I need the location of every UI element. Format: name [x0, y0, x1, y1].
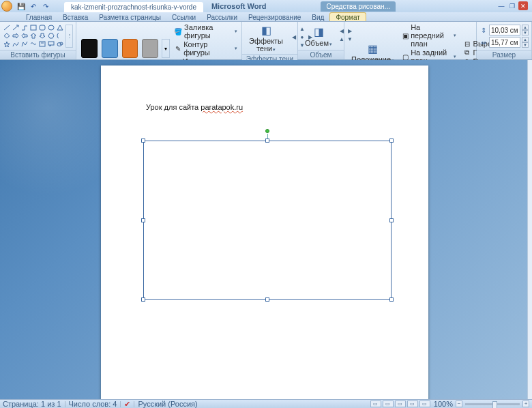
document-page[interactable]: Урок для сайта paratapok.ru	[101, 65, 428, 399]
shape-roundrect-icon[interactable]	[38, 24, 46, 31]
shape-rightarrow-icon[interactable]	[12, 32, 20, 40]
view-print-layout-button[interactable]: ▭	[370, 400, 381, 407]
shape-fill-button[interactable]: 🪣Заливка фигуры▾	[173, 23, 239, 40]
view-draft-button[interactable]: ▭	[419, 400, 430, 407]
group-arrange: ▦ Положение▾ ▣На передний план▾ ▢На задн…	[344, 22, 477, 59]
maximize-button[interactable]: ❐	[507, 1, 517, 10]
group-size: ⇕ ▲▼ ⇔ ▲▼ Размер	[477, 22, 532, 59]
tab-references[interactable]: Ссылки	[166, 13, 201, 21]
tab-review[interactable]: Рецензирование	[243, 13, 306, 21]
shape-star-icon[interactable]	[3, 40, 11, 48]
group-shadow-effects: ◧ Эффекты тени▾ ▲ ◀●▶ ▼ Эффекты тени	[242, 22, 298, 59]
spin-up-icon[interactable]: ▲	[522, 25, 529, 30]
resize-handle-bl[interactable]	[141, 297, 145, 302]
align-icon: ⊟	[463, 40, 471, 48]
redo-icon[interactable]: ↷	[41, 1, 50, 11]
shape-freeform-icon[interactable]	[20, 40, 29, 48]
tab-layout[interactable]: Разметка страницы	[93, 13, 166, 21]
spellcheck-icon[interactable]: ✔	[124, 400, 130, 409]
svg-marker-7	[13, 33, 18, 38]
status-word-count[interactable]: Число слов: 4	[69, 400, 117, 408]
style-black[interactable]	[81, 39, 98, 58]
shape-cloud-icon[interactable]	[56, 40, 64, 48]
resize-handle-r[interactable]	[389, 218, 394, 222]
spin-up-icon[interactable]: ▲	[522, 37, 529, 42]
save-icon[interactable]: 💾	[16, 1, 26, 11]
minimize-button[interactable]: —	[497, 1, 506, 10]
resize-handle-tl[interactable]	[141, 139, 145, 143]
style-orange[interactable]	[122, 39, 138, 58]
status-page[interactable]: Страница: 1 из 1	[3, 400, 61, 408]
resize-handle-tr[interactable]	[389, 139, 394, 143]
zoom-in-button[interactable]: +	[522, 400, 529, 407]
close-button[interactable]: ✕	[518, 1, 528, 10]
shapes-more-button[interactable]: ⋮	[65, 25, 73, 48]
shape-outline-button[interactable]: ✎Контур фигуры▾	[173, 40, 239, 57]
shape-diamond-icon[interactable]	[3, 32, 11, 40]
shape-downarrow-icon[interactable]	[38, 32, 46, 40]
document-tab[interactable]: kak-izmenit-prozrachnost-risunka-v-vorde	[64, 2, 203, 12]
svg-marker-10	[40, 33, 45, 38]
zoom-level[interactable]: 100%	[434, 400, 453, 408]
tab-view[interactable]: Вид	[306, 13, 329, 21]
shape-textbox-icon[interactable]	[38, 40, 46, 48]
shape-brace-icon[interactable]	[56, 32, 64, 40]
spin-down-icon[interactable]: ▼	[522, 42, 529, 48]
view-outline-button[interactable]: ▭	[407, 400, 418, 407]
zoom-slider[interactable]	[465, 403, 520, 405]
tab-format[interactable]: Формат	[329, 12, 366, 21]
spin-down-icon[interactable]: ▼	[522, 30, 529, 35]
tab-insert[interactable]: Вставка	[57, 13, 93, 21]
shadow-effects-button[interactable]: ◧ Эффекты тени▾	[245, 23, 287, 53]
shape-width-input[interactable]	[489, 37, 520, 48]
height-icon: ⇕	[479, 26, 488, 34]
shape-rect-icon[interactable]	[29, 24, 38, 31]
shape-triangle-icon[interactable]	[56, 24, 64, 31]
vertical-scrollbar[interactable]	[527, 60, 532, 399]
shape-callout-icon[interactable]	[47, 40, 55, 48]
shape-oval-icon[interactable]	[47, 24, 55, 31]
office-button[interactable]	[1, 1, 12, 12]
paint-bucket-icon: 🪣	[174, 27, 182, 35]
shape-connector-icon[interactable]	[20, 24, 29, 31]
view-web-button[interactable]: ▭	[395, 400, 406, 407]
shape-hex-icon[interactable]	[47, 32, 55, 40]
selected-rectangle-shape[interactable]	[143, 141, 391, 300]
status-language[interactable]: Русский (Россия)	[138, 400, 197, 408]
resize-handle-l[interactable]	[141, 218, 145, 222]
shape-leftarrow-icon[interactable]	[20, 32, 29, 40]
pen-icon: ✎	[174, 44, 181, 53]
shape-height-input[interactable]	[489, 25, 520, 35]
svg-marker-9	[31, 33, 36, 38]
rotation-handle[interactable]	[265, 129, 269, 133]
zoom-out-button[interactable]: −	[456, 400, 462, 407]
arrow-left-icon[interactable]: ◀	[290, 34, 298, 42]
chevron-down-icon: ▾	[235, 46, 237, 51]
view-fullscreen-button[interactable]: ▭	[383, 400, 394, 407]
shape-curve-icon[interactable]	[12, 40, 20, 48]
svg-point-16	[57, 43, 61, 46]
3d-effects-button[interactable]: ◨ Объем▾	[301, 25, 336, 47]
styles-more-button[interactable]: ▾	[162, 39, 170, 58]
context-tab-drawing[interactable]: Средства рисован...	[321, 1, 396, 12]
tab-mailings[interactable]: Рассылки	[201, 13, 243, 21]
tab-home[interactable]: Главная	[20, 13, 57, 21]
svg-marker-12	[4, 42, 10, 47]
resize-handle-t[interactable]	[265, 139, 269, 143]
svg-rect-2	[31, 25, 36, 30]
shape-line-icon[interactable]	[3, 24, 11, 31]
bring-to-front-button[interactable]: ▣На передний план▾	[401, 23, 457, 48]
document-workspace[interactable]: Урок для сайта paratapok.ru	[0, 60, 532, 399]
svg-line-1	[13, 25, 18, 30]
shape-scribble-icon[interactable]	[29, 40, 38, 48]
undo-icon[interactable]: ↶	[29, 1, 38, 11]
document-text-line[interactable]: Урок для сайта paratapok.ru	[146, 101, 243, 113]
resize-handle-b[interactable]	[265, 297, 269, 302]
group-3d-effects: ◨ Объем▾ ◀▶ ▲▼ Объем	[298, 22, 344, 59]
shape-uparrow-icon[interactable]	[29, 32, 38, 40]
style-gray[interactable]	[142, 39, 158, 58]
style-blue[interactable]	[102, 39, 118, 58]
shape-arrow-icon[interactable]	[12, 24, 20, 31]
resize-handle-br[interactable]	[389, 297, 394, 302]
shapes-gallery[interactable]	[3, 24, 64, 48]
